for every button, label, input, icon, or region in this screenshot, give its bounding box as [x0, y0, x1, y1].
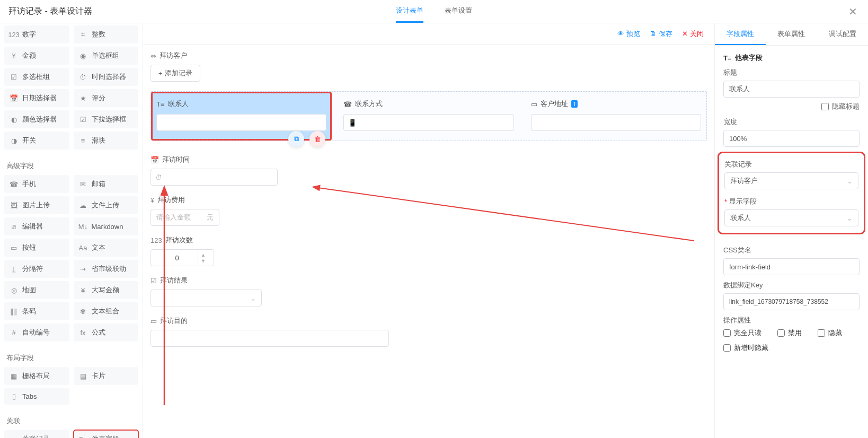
tab-field-props[interactable]: 字段属性: [715, 23, 766, 45]
field-customer-address[interactable]: ▭客户地址 T: [526, 92, 706, 141]
palette-item[interactable]: ☎手机: [4, 175, 69, 193]
contact-method-input[interactable]: 📱: [343, 114, 513, 131]
palette-item[interactable]: ▭按钮: [4, 239, 69, 257]
palette-item-label: 评分: [92, 93, 105, 103]
preview-button[interactable]: 👁预览: [617, 29, 640, 39]
address-input[interactable]: [531, 114, 701, 131]
palette-item[interactable]: ◐颜色选择器: [4, 110, 69, 128]
save-icon: 🗎: [650, 30, 657, 38]
save-button[interactable]: 🗎保存: [650, 29, 672, 39]
visit-purpose-input[interactable]: [150, 330, 389, 347]
palette-item[interactable]: ⌗整数: [74, 25, 139, 43]
palette-item[interactable]: ⌶分隔符: [4, 260, 69, 278]
field-contact-name[interactable]: T≡联系人 ⧉ 🗑: [151, 92, 332, 141]
palette-item[interactable]: T≡他表字段: [74, 430, 139, 438]
prop-key-input[interactable]: link_field_1673079718758_738552: [723, 293, 860, 310]
component-icon: ✾: [79, 308, 87, 316]
field-visit-purpose[interactable]: ▭拜访目的: [150, 316, 707, 347]
tab-form-props[interactable]: 表单属性: [766, 23, 817, 45]
step-up-button[interactable]: ▲: [198, 252, 208, 258]
component-icon: ◐: [10, 116, 18, 124]
prop-relation-select[interactable]: 拜访客户⌄: [724, 172, 858, 189]
palette-item[interactable]: ◎地图: [4, 281, 69, 299]
field-visit-result[interactable]: ☑拜访结果 ⌄: [150, 276, 707, 306]
palette-item[interactable]: ¥金额: [4, 47, 69, 65]
palette-item[interactable]: fx公式: [74, 323, 139, 341]
clock-icon: ⏱: [155, 173, 162, 181]
add-record-button[interactable]: +添加记录: [150, 65, 200, 82]
properties-panel: 字段属性 表单属性 调试配置 T≡他表字段 标题 联系人 隐藏标题 宽度 100…: [714, 23, 868, 438]
palette-item[interactable]: Aa文本: [74, 239, 139, 257]
palette-item[interactable]: M↓Markdown: [74, 217, 139, 235]
tab-form-settings[interactable]: 表单设置: [445, 0, 472, 23]
palette-item[interactable]: ∥∥条码: [4, 302, 69, 320]
palette-item[interactable]: ☑下拉选择框: [74, 110, 139, 128]
prop-label-relation: 关联记录: [724, 160, 858, 169]
palette-item[interactable]: 123数字: [4, 25, 69, 43]
palette-item[interactable]: ¥大写金额: [74, 281, 139, 299]
palette-item[interactable]: ≡滑块: [74, 132, 139, 150]
step-down-button[interactable]: ▼: [198, 258, 208, 264]
prop-display-field-select[interactable]: 联系人⌄: [724, 209, 858, 226]
visit-time-input[interactable]: ⏱: [150, 169, 278, 186]
palette-item-label: 开关: [22, 136, 36, 145]
hidden-checkbox[interactable]: 隐藏: [818, 328, 842, 338]
prop-title-input[interactable]: 联系人: [723, 81, 860, 98]
visit-result-select[interactable]: ⌄: [150, 290, 262, 306]
form-canvas[interactable]: ⇔拜访客户 +添加记录 T≡联系人 ⧉ 🗑 ☎联系方式: [143, 45, 714, 438]
component-icon: ⌶: [10, 265, 18, 273]
palette-item[interactable]: 🖼图片上传: [4, 196, 69, 214]
visit-count-input[interactable]: 0 ▲▼: [150, 249, 214, 266]
component-icon: 📅: [10, 94, 18, 102]
contact-input[interactable]: [156, 114, 326, 131]
palette-item[interactable]: #自动编号: [4, 323, 69, 341]
readonly-checkbox[interactable]: 完全只读: [723, 328, 761, 338]
field-visit-count[interactable]: 123拜访次数 0 ▲▼: [150, 235, 707, 266]
component-icon: ⇔: [10, 435, 18, 439]
palette-item[interactable]: ◑开关: [4, 132, 69, 150]
money-icon: ¥: [150, 196, 154, 204]
palette-item[interactable]: ◉单选框组: [74, 47, 139, 65]
component-icon: ▦: [10, 372, 18, 380]
palette-item[interactable]: ⇔关联记录: [4, 430, 69, 438]
close-icon[interactable]: ✕: [848, 5, 857, 18]
palette-section-advanced: 高级字段: [4, 154, 138, 175]
tab-debug-config[interactable]: 调试配置: [817, 23, 868, 45]
palette-item-label: 自动编号: [22, 328, 50, 337]
delete-field-button[interactable]: 🗑: [309, 131, 325, 147]
tab-design-form[interactable]: 设计表单: [396, 0, 423, 23]
palette-item[interactable]: ⇢省市级联动: [74, 260, 139, 278]
palette-item-label: 数字: [22, 30, 36, 39]
palette-item-label: 分隔符: [22, 264, 43, 274]
field-visit-customer[interactable]: ⇔拜访客户 +添加记录: [150, 51, 707, 82]
copy-field-button[interactable]: ⧉: [288, 131, 304, 147]
palette-item[interactable]: ⏱时间选择器: [74, 68, 139, 86]
palette-item[interactable]: ★评分: [74, 89, 139, 107]
palette-item-label: 他表字段: [92, 434, 119, 438]
palette-item[interactable]: ✾文本组合: [74, 302, 139, 320]
close-button[interactable]: ✕关闭: [682, 29, 704, 39]
palette-item[interactable]: ✉邮箱: [74, 175, 139, 193]
visit-fee-input[interactable]: 请输入金额元: [150, 209, 219, 226]
field-visit-fee[interactable]: ¥拜访费用 请输入金额元: [150, 195, 707, 226]
new-hidden-checkbox[interactable]: 新增时隐藏: [723, 343, 768, 353]
palette-item[interactable]: ▤卡片: [74, 367, 139, 385]
prop-width-input[interactable]: 100%: [723, 130, 860, 147]
disabled-checkbox[interactable]: 禁用: [777, 328, 802, 338]
field-contact-method[interactable]: ☎联系方式 📱: [338, 92, 519, 141]
prop-css-input[interactable]: form-link-field: [723, 258, 860, 275]
palette-item[interactable]: ▦栅格布局: [4, 367, 69, 385]
palette-item[interactable]: 📅日期选择器: [4, 89, 69, 107]
palette-item[interactable]: ☑多选框组: [4, 68, 69, 86]
component-icon: ∥∥: [10, 308, 18, 316]
field-visit-time[interactable]: 📅拜访时间 ⏱: [150, 155, 707, 186]
palette-item[interactable]: ☁文件上传: [74, 196, 139, 214]
top-header: 拜访记录 - 表单设计器 设计表单 表单设置 ✕: [0, 0, 868, 23]
palette-item-label: 时间选择器: [92, 72, 126, 82]
palette-item[interactable]: ▯Tabs: [4, 388, 69, 405]
palette-item-label: 按钮: [22, 243, 36, 252]
palette-item[interactable]: ⎚编辑器: [4, 217, 69, 235]
palette-item-label: 金额: [22, 51, 36, 60]
hide-title-checkbox[interactable]: 隐藏标题: [821, 102, 860, 111]
link-icon: ⇔: [150, 52, 156, 60]
